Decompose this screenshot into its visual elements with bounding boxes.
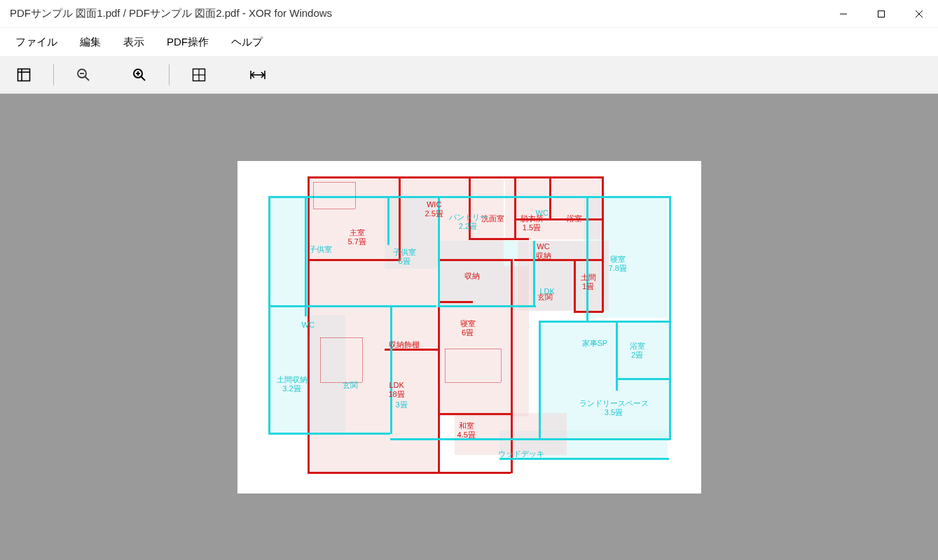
- label-shuno-shelf: 収納飾棚: [389, 340, 420, 350]
- label-shuno: 収納: [464, 272, 480, 281]
- label-c-doma-shuno: 土間収納 3.2畳: [277, 375, 308, 395]
- label-c-3jo: 3畳: [396, 400, 408, 410]
- page-canvas: WIC 2.5畳 洗面室 脱衣所 1.5畳 浴室 主室 5.7畳 WC 収納 収…: [237, 161, 701, 493]
- menu-help[interactable]: ヘルプ: [220, 30, 274, 55]
- label-c-shinshitsu: 寝室 7.8畳: [609, 255, 627, 274]
- minimize-button[interactable]: [825, 0, 862, 28]
- label-shushitsu: 主室 5.7畳: [348, 228, 366, 248]
- label-c-wooddeck: ウッドデッキ: [498, 449, 544, 459]
- side-panel-icon[interactable]: [8, 59, 39, 90]
- label-ldk: LDK 18畳: [389, 381, 405, 400]
- label-c-kodomo2: 子供室 6畳: [393, 248, 416, 267]
- label-c-wc-small: WC: [536, 209, 549, 218]
- toolbar-separator: [53, 64, 54, 85]
- menu-edit[interactable]: 編集: [69, 30, 112, 55]
- titlebar: PDFサンプル 図面1.pdf / PDFサンプル 図面2.pdf - XOR …: [0, 0, 938, 28]
- menubar: ファイル 編集 表示 PDF操作 ヘルプ: [0, 28, 938, 56]
- window-controls: [825, 0, 938, 28]
- label-shinshitsu: 寝室 6畳: [460, 319, 476, 339]
- toolbar-separator: [169, 64, 170, 85]
- label-c-laundry: ランドリースペース 3.5畳: [579, 399, 649, 419]
- zoom-out-icon[interactable]: [68, 59, 99, 90]
- menu-pdf-ops[interactable]: PDF操作: [156, 30, 220, 55]
- svg-line-9: [85, 76, 90, 80]
- svg-rect-1: [878, 10, 885, 17]
- label-c-kajisp: 家事SP: [582, 339, 608, 349]
- label-c-pantry: パントリー 2.2畳: [449, 213, 488, 232]
- label-wic: WIC 2.5畳: [425, 200, 443, 220]
- menu-file[interactable]: ファイル: [4, 30, 69, 55]
- fit-width-icon[interactable]: [242, 59, 273, 90]
- zoom-in-icon[interactable]: [124, 59, 155, 90]
- label-c-kodomo1: 子供室: [309, 245, 332, 255]
- maximize-button[interactable]: [862, 0, 900, 28]
- menu-view[interactable]: 表示: [112, 30, 156, 55]
- label-c-wc: WC: [302, 321, 315, 330]
- svg-rect-4: [18, 69, 30, 80]
- toolbar: [0, 56, 938, 94]
- label-wc: WC 収納: [536, 242, 551, 262]
- label-doma: 土間 1畳: [581, 273, 596, 293]
- close-button[interactable]: [900, 0, 938, 28]
- label-c-ldk-small: LDK: [540, 287, 555, 297]
- window-title: PDFサンプル 図面1.pdf / PDFサンプル 図面2.pdf - XOR …: [0, 7, 825, 20]
- label-c-genkan: 玄関: [343, 381, 358, 391]
- fit-page-icon[interactable]: [184, 59, 214, 90]
- label-washitsu: 和室 4.5畳: [457, 421, 476, 441]
- label-c-ysk: 浴室 2畳: [630, 342, 645, 361]
- svg-line-13: [142, 76, 146, 80]
- document-viewport[interactable]: WIC 2.5畳 洗面室 脱衣所 1.5畳 浴室 主室 5.7畳 WC 収納 収…: [0, 94, 938, 560]
- label-yokushitsu: 浴室: [567, 214, 582, 224]
